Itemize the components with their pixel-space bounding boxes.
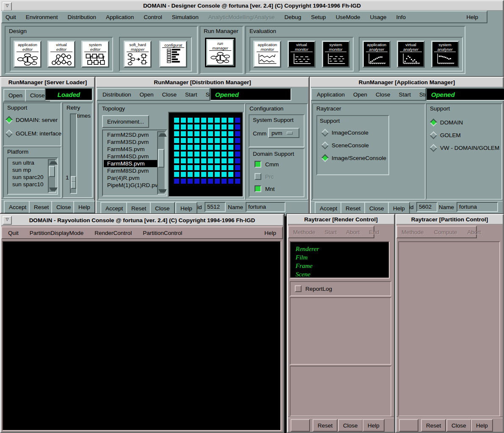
id-field[interactable]: 5512 [205,202,226,212]
radio-domain-server[interactable]: DOMAIN: server [6,117,58,123]
platform-item[interactable]: sun sparc10 [9,181,49,188]
menu-partitiondisplaymode[interactable]: PartitionDisplayMode [30,230,84,236]
radio-image-sceneconsole[interactable]: Image/SceneConsole [322,155,386,161]
blank-button[interactable] [399,419,418,432]
close-button[interactable]: Close [364,202,389,215]
menu-usemode[interactable]: UseMode [336,14,360,20]
distribution-titlebar[interactable]: RunManager [Distribution Manager] [97,78,308,87]
platform-item[interactable]: sun sparc20 [9,174,49,181]
application-monitor-button[interactable]: application monitor [253,41,281,68]
close-button[interactable]: Close [338,419,363,432]
menu-usage[interactable]: Usage [370,14,386,20]
scroll-down-icon[interactable] [49,188,58,191]
open-button[interactable]: Open [3,89,28,102]
reset-button[interactable]: Reset [341,202,366,215]
reset-button[interactable]: Reset [313,419,338,432]
menu-open[interactable]: Open [353,91,367,98]
topology-scrollbar[interactable] [157,131,166,195]
application-analyser-button[interactable]: application analyser [363,41,390,68]
help-button[interactable]: Help [175,202,197,215]
render-control-titlebar[interactable]: Raytracer [Render Control] [288,215,394,224]
menu-control[interactable]: Control [144,14,162,20]
scroll-up-icon[interactable] [49,161,58,165]
system-monitor-button[interactable]: system monitor [322,41,350,68]
virtual-analyser-button[interactable]: virtual analyser [397,41,425,68]
accept-button[interactable]: Accept [4,201,31,213]
help-button[interactable]: Help [73,201,95,213]
menu-quit[interactable]: Quit [8,230,19,236]
run-manager-button[interactable]: run manager [206,39,234,66]
retry-slider[interactable] [70,113,77,194]
reportlog-checkbox[interactable]: ReportLog [295,285,332,292]
radio-vw-domain-golem[interactable]: VW - DOMAIN/GOLEM [431,145,499,151]
id-field[interactable]: 5602 [416,202,438,212]
checkbox-cmm[interactable]: Cmm [255,161,279,168]
menu-help[interactable]: Help [466,14,478,20]
topology-item[interactable]: FarmM2SD.pvm [104,131,158,138]
menu-distribution[interactable]: Distribution [68,14,97,20]
menu-rendercontrol[interactable]: RenderControl [94,230,132,236]
cmm-option-menu[interactable]: pvm [268,128,299,138]
virtual-editor-button[interactable]: virtual editor [47,41,75,68]
menu-close[interactable]: Close [376,91,390,98]
help-button[interactable]: Help [388,202,410,215]
menu-setup[interactable]: Setup [311,14,326,20]
accept-button[interactable]: Accept [100,202,128,215]
system-analyser-button[interactable]: system analyser [431,41,459,68]
scrollbar-thumb[interactable] [49,166,55,177]
window-menu-icon[interactable]: ▽ [3,216,12,225]
menu-simulation[interactable]: Simulation [172,14,199,20]
designer-titlebar[interactable]: ▽ DOMAIN - Designer Console @ fortuna [v… [1,1,503,11]
radio-domain[interactable]: DOMAIN [431,119,463,126]
platform-item[interactable]: sun mp [9,166,49,174]
render-list-item[interactable]: Frame [296,262,389,270]
reset-button[interactable]: Reset [421,419,446,432]
menu-application[interactable]: Application [317,91,345,98]
application-editor-button[interactable]: application editor [14,41,42,68]
name-field[interactable]: fortuna [246,202,285,212]
render-list-item[interactable]: Renderer [296,245,389,253]
name-field[interactable]: fortuna [457,202,498,212]
menu-environment[interactable]: Environment [26,14,58,20]
radio-imageconsole[interactable]: ImageConsole [322,130,368,136]
system-editor-button[interactable]: system editor [81,41,109,68]
menu-info[interactable]: Info [396,14,406,20]
close-button[interactable]: Close [150,202,175,215]
close-button[interactable]: Close [446,419,471,432]
platform-scrollbar[interactable] [48,159,56,193]
blank-button[interactable] [291,419,310,432]
menu-help[interactable]: Help [264,230,276,236]
menu-application[interactable]: Application [106,14,134,20]
close-button[interactable]: Close [51,201,76,213]
help-button[interactable]: Help [363,419,385,432]
radio-golem-interface[interactable]: GOLEM: interface [6,130,61,137]
topology-item[interactable]: PipeM(1)G(1)RD.pvm [104,182,158,189]
topology-item[interactable]: FarmM4S.pvm [104,146,158,153]
scroll-down-icon[interactable] [158,189,167,193]
soft-hard-mapper-button[interactable]: soft_hard mapper [124,41,152,68]
retry-slider-thumb[interactable] [71,176,76,189]
menu-debug[interactable]: Debug [285,14,302,20]
checkbox-mnt[interactable]: Mnt [255,185,275,192]
render-list-item[interactable]: Scene [296,270,389,279]
configurator-button[interactable]: configurat [159,41,187,68]
partition-control-titlebar[interactable]: Raytracer [Partition Control] [396,215,503,224]
scroll-up-icon[interactable] [158,133,167,137]
reset-button[interactable]: Reset [29,201,54,213]
help-button[interactable]: Help [471,419,493,432]
topology-item[interactable]: FarmM8SD.pvm [104,167,158,174]
accept-button[interactable]: Accept [315,202,342,215]
menu-close[interactable]: Close [162,91,177,98]
environment-button[interactable]: Environment... [102,115,149,128]
menu-start[interactable]: Start [185,91,197,98]
menu-start[interactable]: Start [399,91,411,98]
scrollbar-thumb[interactable] [158,149,164,168]
menu-quit[interactable]: Quit [6,14,16,20]
menu-distribution[interactable]: Distribution [102,91,131,98]
reset-button[interactable]: Reset [126,202,151,215]
platform-item[interactable]: sun ultra [9,159,49,166]
radio-sceneconsole[interactable]: SceneConsole [322,142,369,149]
render-list-item[interactable]: Film [296,253,389,262]
topology-item-selected[interactable]: FarmM8S.pvm [104,160,158,167]
window-menu-icon[interactable]: ▽ [3,2,12,11]
